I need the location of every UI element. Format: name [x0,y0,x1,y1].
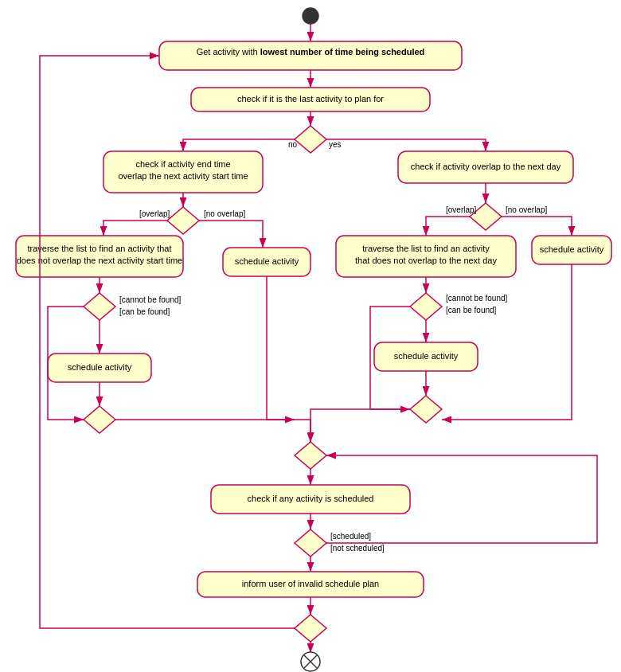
check-any-scheduled-label: check if any activity is scheduled [248,494,374,503]
label-yes: yes [329,140,342,149]
diamond-traverse-start [84,293,115,320]
diamond-scheduled [295,529,326,557]
schedule1-label: schedule activity [235,256,299,266]
label-no-overlap-day: [no overlap] [506,205,547,214]
get-activity-label: Get activity with lowest number of time … [197,47,425,57]
start-node [303,8,318,24]
label-no: no [288,140,298,149]
traverse-start-label2: does not overlap the next activity start… [17,256,183,265]
schedule4-label: schedule activity [540,244,604,254]
label-scheduled: [scheduled] [330,532,371,541]
inform-user-label: inform user of invalid schedule plan [242,579,379,588]
label-cannot-found: [cannot be found] [119,295,182,304]
check-overlap-day-label: check if activity overlap to the next da… [411,162,561,171]
schedule3-label: schedule activity [68,362,132,372]
check-last-label: check if it is the last activity to plan… [237,94,384,104]
diamond-traverse-day [410,293,442,320]
flowchart-diagram: Get activity with lowest number of time … [0,0,621,672]
diamond-merge-right [410,396,442,423]
diamond-main-merge [295,442,326,469]
schedule2-label: schedule activity [394,351,459,361]
label-not-scheduled: [not scheduled] [330,544,385,553]
check-overlap-end-label2: overlap the next activity start time [118,171,248,181]
traverse-day-label: traverse the list to find an activity [362,244,490,253]
label-can-found-day: [can be found] [446,306,497,315]
label-overlap-day: [overlap] [446,205,477,214]
diamond-end [295,615,326,642]
label-cannot-found-day: [cannot be found] [446,294,508,303]
diamond-merge-left [84,406,115,433]
traverse-day-label2: that does not overlap to the next day [355,256,497,265]
label-no-overlap-left: [no overlap] [204,209,245,218]
label-can-found: [can be found] [119,307,170,316]
traverse-start-label: traverse the list to find an activity th… [28,244,172,253]
check-overlap-end-label: check if activity end time [135,159,230,169]
diamond-overlap-end [167,207,199,234]
diamond-last [295,126,326,153]
label-overlap-left: [overlap] [139,209,170,218]
